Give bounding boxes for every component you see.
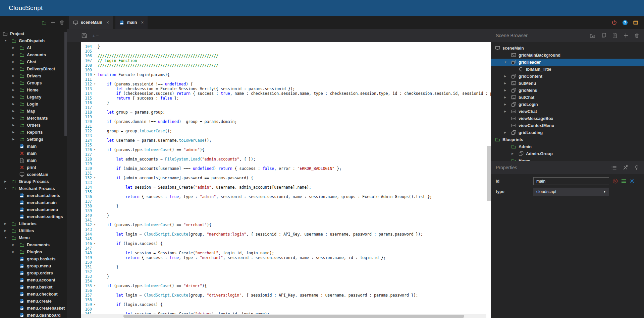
explorer-item-main[interactable]: main <box>0 150 67 157</box>
explorer-item-merchant.clients[interactable]: merchant.clients <box>0 192 67 199</box>
explorer-item-map[interactable]: ▶Map <box>0 108 67 115</box>
code-line-135[interactable]: 135 <box>81 190 491 194</box>
chevron-right-icon[interactable]: ▶ <box>504 103 511 106</box>
code-line-130[interactable]: 130 if (admin_accounts[username] === und… <box>81 166 491 171</box>
scene-item-gridmainbackground[interactable]: gridMainBackground <box>491 52 644 59</box>
window-icon[interactable] <box>633 20 639 25</box>
code-line-143[interactable]: 143 <box>81 227 491 232</box>
chevron-right-icon[interactable]: ▶ <box>12 117 19 120</box>
code-line-149[interactable]: 149 return { success : true, type : "mer… <box>81 255 491 260</box>
fold-marker-icon[interactable]: ▾ <box>92 283 98 288</box>
chevron-right-icon[interactable]: ▶ <box>12 243 19 246</box>
id-input[interactable] <box>533 177 609 185</box>
code-line-128[interactable]: 128 let admin_accounts = FileSystem.Load… <box>81 157 491 162</box>
code-line-107[interactable]: 107// Login Function <box>81 58 491 63</box>
fold-marker-icon[interactable]: ▾ <box>92 241 98 246</box>
scene-item-butchat[interactable]: ▶butChat <box>491 94 644 101</box>
chevron-down-icon[interactable]: ▼ <box>4 236 11 239</box>
folder-icon[interactable] <box>42 20 47 25</box>
code-line-142[interactable]: 142▾ if (params.type.toLowerCase() == "m… <box>81 222 491 227</box>
chevron-right-icon[interactable]: ▶ <box>504 75 511 78</box>
code-line-123[interactable]: 123 <box>81 133 491 138</box>
chevron-right-icon[interactable]: ▶ <box>12 110 19 113</box>
explorer-item-reports[interactable]: ▶Reports <box>0 129 67 136</box>
explorer-item-merchant.settings[interactable]: merchant.settings <box>0 213 67 220</box>
code-line-116[interactable]: 116 } <box>81 101 491 105</box>
scene-item-lblmain-title[interactable]: lblMain_Title <box>491 66 644 73</box>
code-line-147[interactable]: 147 <box>81 246 491 251</box>
code-line-159[interactable]: 159▾ if (login.success) { <box>81 302 491 307</box>
chevron-right-icon[interactable]: ▶ <box>12 103 19 106</box>
explorer-item-group.orders[interactable]: group.orders <box>0 269 67 276</box>
scene-item-gridmenu[interactable]: ▶gridMenu <box>491 87 644 94</box>
explorer-item-chat[interactable]: ▶Chat <box>0 58 67 65</box>
chevron-right-icon[interactable]: ▶ <box>12 131 19 134</box>
code-line-133[interactable]: 133 <box>81 180 491 185</box>
lightbulb-icon[interactable] <box>634 165 639 170</box>
explorer-item-legacy[interactable]: ▶Legacy <box>0 93 67 101</box>
paste-icon[interactable] <box>612 33 618 38</box>
fold-marker-icon[interactable]: ▾ <box>92 147 98 152</box>
trash-icon[interactable] <box>634 33 639 38</box>
code-line-114[interactable]: 114 if (checksession.success) return { s… <box>81 91 491 96</box>
explorer-item-menu[interactable]: ▼Menu <box>0 234 67 241</box>
code-line-122[interactable]: 122 group = group.toLowerCase(); <box>81 129 491 133</box>
move-folder-icon[interactable] <box>590 33 595 39</box>
code-line-139[interactable]: 139 <box>81 208 491 213</box>
code-line-105[interactable]: 105 <box>81 49 491 54</box>
explorer-item-group.baskets[interactable]: group.baskets <box>0 255 67 262</box>
code-line-112[interactable]: 112▾ if (params.sessionid !== undefined)… <box>81 82 491 86</box>
explorer-item-plugins[interactable]: ▶Plugins <box>0 248 67 255</box>
code-line-140[interactable]: 140 } <box>81 213 491 218</box>
editor-vertical-scrollbar[interactable] <box>487 146 491 201</box>
explorer-item-menu.createbasket[interactable]: menu.createbasket <box>0 305 67 312</box>
explorer-item-orders[interactable]: ▶Orders <box>0 122 67 129</box>
explorer-item-groups[interactable]: ▶Groups <box>0 79 67 86</box>
explorer-item-project[interactable]: Project <box>0 30 67 37</box>
scene-item-viewcontextmenu[interactable]: viewContextMenu <box>491 122 644 129</box>
add-icon[interactable] <box>623 33 629 38</box>
code-line-138[interactable]: 138 } <box>81 204 491 208</box>
list-icon[interactable] <box>611 165 617 171</box>
chevron-right-icon[interactable]: ▶ <box>504 96 511 99</box>
scene-item-viewchat[interactable]: ▶viewChat <box>491 108 644 115</box>
code-line-132[interactable]: 132▾ if (admin_accounts[username].passwo… <box>81 176 491 180</box>
code-line-158[interactable]: 158 <box>81 298 491 302</box>
explorer-item-documents[interactable]: ▶Documents <box>0 241 67 248</box>
code-line-156[interactable]: 156 <box>81 288 491 293</box>
explorer-item-deliverydirect[interactable]: ▶DeliveryDirect <box>0 65 67 72</box>
chevron-right-icon[interactable]: ▶ <box>504 131 511 134</box>
code-line-141[interactable]: 141 <box>81 218 491 222</box>
chevron-right-icon[interactable]: ▶ <box>12 81 19 84</box>
code-line-106[interactable]: 106/////////////////////////////////////… <box>81 54 491 58</box>
explorer-item-scenemain[interactable]: sceneMain <box>0 171 67 178</box>
code-line-160[interactable]: 160 <box>81 307 491 312</box>
chevron-right-icon[interactable]: ▶ <box>12 46 19 49</box>
chevron-down-icon[interactable]: ▼ <box>4 39 11 42</box>
chevron-right-icon[interactable]: ▶ <box>511 152 519 155</box>
explorer-item-menu.dashboard[interactable]: menu.dashboard <box>0 312 67 318</box>
type-select[interactable]: cloudscript ▼ <box>533 188 609 196</box>
code-surface[interactable]: 104}105106//////////////////////////////… <box>81 42 491 318</box>
code-line-125[interactable]: 125 <box>81 143 491 147</box>
code-line-104[interactable]: 104} <box>81 44 491 49</box>
chevron-right-icon[interactable]: ▶ <box>12 67 19 70</box>
zoom-control[interactable]: +− <box>92 33 100 39</box>
close-icon[interactable]: × <box>106 20 109 25</box>
code-line-152[interactable]: 152 <box>81 269 491 274</box>
scene-item-scenemain[interactable]: sceneMain <box>491 45 644 52</box>
scene-item-gridcontent[interactable]: ▶gridContent <box>491 73 644 80</box>
explorer-item-merchant-process[interactable]: ▼Merchant Process <box>0 185 67 192</box>
code-line-148[interactable]: 148 let session = Sessions_Create("merch… <box>81 251 491 255</box>
code-line-118[interactable]: 118 let group = params.group; <box>81 110 491 115</box>
explorer-item-merchant.main[interactable]: merchant.main <box>0 199 67 206</box>
add-icon[interactable] <box>50 20 56 25</box>
explorer-item-accounts[interactable]: ▶Accounts <box>0 51 67 58</box>
power-icon[interactable] <box>611 20 617 25</box>
fold-marker-icon[interactable]: ▾ <box>92 72 98 77</box>
code-line-126[interactable]: 126▾ if (params.type.toLowerCase() == "a… <box>81 147 491 152</box>
chevron-right-icon[interactable]: ▶ <box>4 229 11 232</box>
code-line-146[interactable]: 146▾ if (login.success) { <box>81 241 491 246</box>
chevron-right-icon[interactable]: ▶ <box>12 53 19 56</box>
chevron-right-icon[interactable]: ▶ <box>12 124 19 127</box>
